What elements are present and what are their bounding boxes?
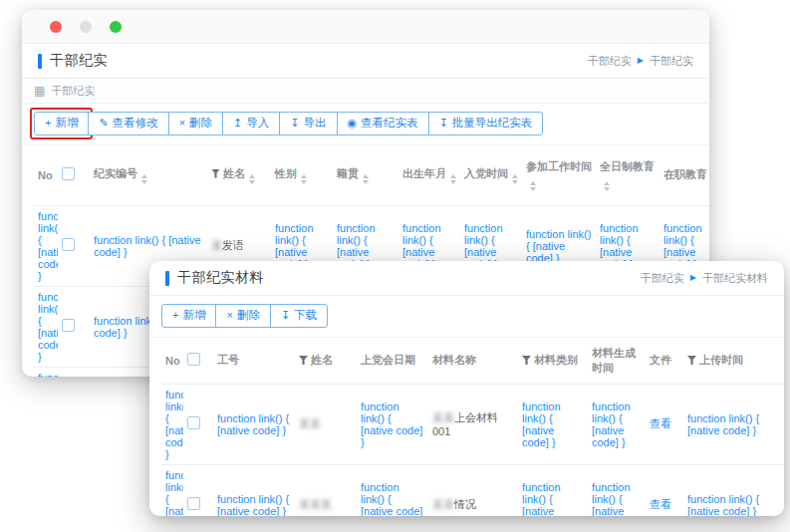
- column-header[interactable]: 性别: [271, 145, 333, 206]
- plus-icon: +: [172, 310, 178, 321]
- cell-text: 情况: [454, 498, 476, 510]
- row-checkbox[interactable]: [187, 416, 200, 429]
- export-button[interactable]: ↧导出: [279, 112, 337, 135]
- column-header[interactable]: 籍贯: [333, 145, 398, 206]
- sort-icon[interactable]: [141, 174, 147, 184]
- column-label: No: [165, 355, 180, 367]
- title-accent-bar: [38, 54, 42, 69]
- subheader: ▦ 干部纪实: [22, 79, 709, 104]
- view-file-link[interactable]: function link() { [native code] }: [522, 400, 561, 448]
- button-label: 批量导出纪实表: [452, 118, 533, 130]
- cell: function link() { [native code] }: [213, 384, 295, 464]
- select-all-checkbox[interactable]: [187, 353, 200, 366]
- view-file-link[interactable]: function link() { [native code] }: [38, 210, 58, 282]
- breadcrumb-item[interactable]: 干部纪实: [588, 54, 632, 69]
- view-file-link[interactable]: 查看: [650, 498, 671, 510]
- filter-icon[interactable]: [687, 356, 696, 365]
- eye-icon: ◉: [348, 118, 358, 129]
- row-checkbox[interactable]: [62, 238, 75, 251]
- view-file-link[interactable]: function link() { [native code] }: [687, 493, 759, 517]
- select-all-checkbox[interactable]: [62, 167, 75, 180]
- column-header[interactable]: 纪实编号: [90, 145, 207, 206]
- cell: function link() { [native code] }: [357, 384, 428, 464]
- button-label: 导入: [246, 118, 269, 130]
- import-button[interactable]: ↥导入: [222, 112, 280, 135]
- column-header: 上传时间: [683, 338, 784, 385]
- batch-export-record-form-button[interactable]: ↧批量导出纪实表: [428, 112, 544, 135]
- add-button[interactable]: +新增: [161, 304, 216, 328]
- breadcrumb-separator-icon: ▶: [690, 274, 696, 282]
- sort-icon[interactable]: [450, 174, 456, 184]
- column-header[interactable]: 全日制教育: [596, 145, 659, 206]
- sort-icon[interactable]: [301, 174, 307, 184]
- view-record-form-button[interactable]: ◉查看纪实表: [337, 112, 429, 135]
- column-header: No: [161, 338, 183, 385]
- row-index: function link() { [native code] }: [34, 205, 58, 286]
- view-file-link[interactable]: 查看: [650, 417, 671, 429]
- cell[interactable]: [58, 367, 90, 377]
- cell: function link() { [native code] }: [683, 384, 784, 464]
- filter-icon[interactable]: [211, 169, 220, 178]
- column-header[interactable]: 出生年月: [398, 145, 460, 206]
- delete-button[interactable]: ×删除: [168, 112, 223, 135]
- edit-icon: ✎: [99, 118, 108, 129]
- view-file-link[interactable]: function link() { [native code] }: [592, 481, 631, 517]
- sort-icon[interactable]: [530, 181, 536, 191]
- download-button[interactable]: ↧下载: [270, 304, 328, 328]
- column-label: 入党时间: [464, 167, 508, 179]
- close-button[interactable]: [50, 21, 62, 33]
- cell: function link() { [native code] }: [213, 464, 295, 516]
- filter-icon[interactable]: [522, 356, 531, 365]
- view-file-link[interactable]: function link() { [native code] }: [522, 481, 561, 517]
- sort-icon[interactable]: [363, 174, 369, 184]
- cell[interactable]: [58, 205, 90, 286]
- column-header: 在职教育: [659, 145, 709, 206]
- view-file-link[interactable]: function link() { [native code] }: [361, 400, 422, 448]
- column-header[interactable]: 入党时间: [460, 145, 522, 206]
- view-file-link[interactable]: function link() { [native code] }: [687, 412, 759, 436]
- front-toolbar: +新增×删除↧下载: [149, 296, 784, 338]
- sort-icon[interactable]: [512, 174, 518, 184]
- view-file-link[interactable]: function link() { [native code] }: [165, 389, 183, 460]
- view-modify-button[interactable]: ✎查看修改: [88, 112, 168, 135]
- row-checkbox[interactable]: [62, 319, 75, 332]
- sort-icon[interactable]: [604, 181, 610, 191]
- sort-icon[interactable]: [249, 174, 255, 184]
- button-label: 查看纪实表: [361, 118, 418, 130]
- cell: function link() { [native code] }: [683, 464, 784, 516]
- view-file-link[interactable]: function link() { [native code] }: [592, 400, 631, 448]
- view-file-link[interactable]: function link() { [native code] }: [38, 291, 58, 363]
- view-file-link[interactable]: function link() { [native code] }: [165, 469, 183, 517]
- minimize-button[interactable]: [80, 21, 92, 33]
- column-header[interactable]: 参加工作时间: [522, 145, 596, 206]
- header-row: No工号姓名上党会日期材料名称材料类别材料生成时间文件上传时间: [161, 338, 784, 385]
- material-table: No工号姓名上党会日期材料名称材料类别材料生成时间文件上传时间function …: [161, 338, 784, 517]
- cell: 某某上会材料001: [428, 384, 518, 464]
- column-label: 籍贯: [337, 167, 359, 179]
- column-header: 材料生成时间: [588, 338, 646, 385]
- cell[interactable]: [183, 464, 213, 516]
- row-checkbox[interactable]: [187, 497, 200, 510]
- view-file-link[interactable]: function link() { [native code] }: [217, 412, 289, 436]
- column-header: No: [34, 145, 58, 206]
- cell[interactable]: [58, 286, 90, 367]
- zoom-button[interactable]: [110, 21, 122, 33]
- window-titlebar: [22, 10, 709, 44]
- breadcrumb-separator-icon: ▶: [638, 57, 644, 65]
- select-all-header[interactable]: [58, 145, 90, 206]
- column-header[interactable]: 姓名: [207, 145, 271, 206]
- breadcrumb-item[interactable]: 干部纪实: [641, 271, 684, 286]
- cell[interactable]: [183, 384, 213, 464]
- delete-button[interactable]: ×删除: [215, 304, 270, 328]
- table-row: function link() { [native code] }functio…: [161, 384, 784, 464]
- view-file-link[interactable]: function link() { [native code] }: [94, 234, 201, 258]
- table-grid-icon: ▦: [34, 85, 45, 97]
- select-all-header[interactable]: [183, 338, 213, 385]
- view-file-link[interactable]: function link() { [native code] }: [38, 372, 58, 378]
- view-file-link[interactable]: function link() { [native code] }: [361, 481, 422, 517]
- view-file-link[interactable]: function link() { [native code] }: [526, 228, 591, 264]
- redacted-text: 某某: [299, 417, 321, 429]
- view-file-link[interactable]: function link() { [native code] }: [217, 493, 289, 517]
- filter-icon[interactable]: [299, 356, 308, 365]
- add-button[interactable]: +新增: [34, 112, 89, 135]
